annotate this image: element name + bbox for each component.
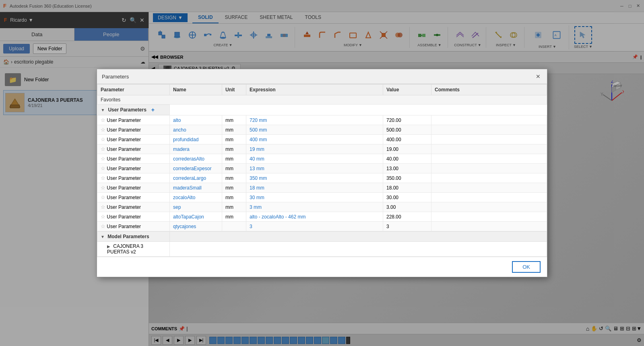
param-param[interactable]: altoTapaCajon xyxy=(170,212,222,222)
param-name: User Parameter xyxy=(107,224,141,229)
table-row[interactable]: ☆ User Parameter correderasAlto mm 40 mm… xyxy=(97,154,547,164)
param-name: User Parameter xyxy=(107,166,141,171)
favorite-star[interactable]: ☆ xyxy=(101,223,105,229)
param-expression[interactable]: 400 mm xyxy=(246,135,383,144)
model-params-table: ▼ Model Parameters ▶ CAJONERA 3 PUERTAS … xyxy=(97,231,547,257)
param-param[interactable]: alto xyxy=(170,115,222,125)
param-expression[interactable]: 13 mm xyxy=(246,164,383,173)
param-unit: mm xyxy=(222,135,246,144)
param-unit: mm xyxy=(222,202,246,212)
parameters-table: Parameter Name Unit Expression Value Com… xyxy=(97,84,547,115)
col-name: Name xyxy=(170,84,222,95)
table-row[interactable]: ☆ User Parameter ancho mm 500 mm 500.00 xyxy=(97,125,547,135)
modal-body: Parameter Name Unit Expression Value Com… xyxy=(97,84,547,257)
param-comment xyxy=(431,125,547,135)
param-unit: mm xyxy=(222,212,246,222)
param-param[interactable]: madera xyxy=(170,144,222,154)
param-param[interactable]: correderasAlto xyxy=(170,154,222,164)
modal-footer: OK xyxy=(97,257,547,277)
param-name: User Parameter xyxy=(107,204,141,210)
param-param[interactable]: qtycajones xyxy=(170,222,222,231)
param-param[interactable]: zocaloAlto xyxy=(170,193,222,202)
table-row[interactable]: ☆ User Parameter profundidad mm 400 mm 4… xyxy=(97,135,547,144)
param-expression[interactable]: 3 mm xyxy=(246,202,383,212)
param-unit: mm xyxy=(222,193,246,202)
table-row[interactable]: ☆ User Parameter alto mm 720 mm 720.00 xyxy=(97,115,547,125)
param-value: 18.00 xyxy=(383,183,431,193)
favorite-star[interactable]: ☆ xyxy=(101,117,105,123)
model-params-label: Model Parameters xyxy=(107,234,149,239)
model-child-label: CAJONERA 3 PUERTAS v2 xyxy=(107,243,143,255)
param-name: User Parameter xyxy=(107,175,141,181)
param-param[interactable]: profundidad xyxy=(170,135,222,144)
param-value: 228.00 xyxy=(383,212,431,222)
favorite-star[interactable]: ☆ xyxy=(101,127,105,133)
col-value: Value xyxy=(383,84,431,95)
param-expression[interactable]: 18 mm xyxy=(246,183,383,193)
param-unit xyxy=(222,222,246,231)
param-value: 350.00 xyxy=(383,173,431,183)
param-value: 500.00 xyxy=(383,125,431,135)
param-expression[interactable]: 40 mm xyxy=(246,154,383,164)
model-child-expand[interactable]: ▶ xyxy=(107,244,110,249)
col-comments: Comments xyxy=(431,84,547,95)
table-row[interactable]: ☆ User Parameter sep mm 3 mm 3.00 xyxy=(97,202,547,212)
add-param-btn[interactable]: + xyxy=(151,107,155,113)
col-unit: Unit xyxy=(222,84,246,95)
table-header-row: Parameter Name Unit Expression Value Com… xyxy=(97,84,547,95)
param-expression[interactable]: 3 xyxy=(246,222,383,231)
param-param[interactable]: ancho xyxy=(170,125,222,135)
param-unit: mm xyxy=(222,183,246,193)
user-params-header: ▼ User Parameters + xyxy=(97,105,170,115)
modal-close-button[interactable]: ✕ xyxy=(534,72,542,80)
param-value: 13.00 xyxy=(383,164,431,173)
param-expression[interactable]: alto - zocaloAlto - 462 mm xyxy=(246,212,383,222)
user-params-expand[interactable]: ▼ xyxy=(101,108,105,112)
ok-button[interactable]: OK xyxy=(512,261,541,273)
param-expression[interactable]: 30 mm xyxy=(246,193,383,202)
table-row[interactable]: ☆ User Parameter altoTapaCajon mm alto -… xyxy=(97,212,547,222)
table-row[interactable]: ☆ User Parameter correderaLargo mm 350 m… xyxy=(97,173,547,183)
favorite-star[interactable]: ☆ xyxy=(101,204,105,210)
model-params-section[interactable]: ▼ Model Parameters xyxy=(97,232,547,242)
param-param[interactable]: maderaSmall xyxy=(170,183,222,193)
param-expression[interactable]: 19 mm xyxy=(246,144,383,154)
param-unit: mm xyxy=(222,144,246,154)
favorite-star[interactable]: ☆ xyxy=(101,136,105,142)
favorites-label: Favorites xyxy=(97,95,547,105)
param-comment xyxy=(431,202,547,212)
favorite-star[interactable]: ☆ xyxy=(101,175,105,181)
section-favorites: Favorites xyxy=(97,95,547,105)
param-param[interactable]: sep xyxy=(170,202,222,212)
param-param[interactable]: correderaLargo xyxy=(170,173,222,183)
param-expression[interactable]: 350 mm xyxy=(246,173,383,183)
param-name: User Parameter xyxy=(107,146,141,152)
user-param-rows: ☆ User Parameter alto mm 720 mm 720.00 ☆… xyxy=(97,115,547,231)
favorite-star[interactable]: ☆ xyxy=(101,146,105,152)
modal-title: Parameters xyxy=(102,74,129,80)
table-row[interactable]: ☆ User Parameter qtycajones 3 3 xyxy=(97,222,547,231)
parameters-dialog: Parameters ✕ Parameter Name Unit Express… xyxy=(97,69,547,277)
param-name: User Parameter xyxy=(107,214,141,220)
table-row[interactable]: ▶ CAJONERA 3 PUERTAS v2 xyxy=(97,242,547,257)
param-expression[interactable]: 720 mm xyxy=(246,115,383,125)
param-expression[interactable]: 500 mm xyxy=(246,125,383,135)
favorite-star[interactable]: ☆ xyxy=(101,185,105,191)
favorite-star[interactable]: ☆ xyxy=(101,156,105,162)
table-row[interactable]: ☆ User Parameter madera mm 19 mm 19.00 xyxy=(97,144,547,154)
param-comment xyxy=(431,115,547,125)
param-comment xyxy=(431,222,547,231)
param-name: User Parameter xyxy=(107,195,141,200)
table-row[interactable]: ☆ User Parameter maderaSmall mm 18 mm 18… xyxy=(97,183,547,193)
section-user-params[interactable]: ▼ User Parameters + xyxy=(97,105,547,115)
favorite-star[interactable]: ☆ xyxy=(101,165,105,171)
favorite-star[interactable]: ☆ xyxy=(101,214,105,220)
param-param[interactable]: correderaExpesor xyxy=(170,164,222,173)
table-row[interactable]: ☆ User Parameter correderaExpesor mm 13 … xyxy=(97,164,547,173)
table-row[interactable]: ☆ User Parameter zocaloAlto mm 30 mm 30.… xyxy=(97,193,547,202)
param-comment xyxy=(431,173,547,183)
param-comment xyxy=(431,183,547,193)
modal-titlebar: Parameters ✕ xyxy=(97,69,547,84)
model-params-expand[interactable]: ▼ xyxy=(101,235,105,239)
favorite-star[interactable]: ☆ xyxy=(101,194,105,200)
